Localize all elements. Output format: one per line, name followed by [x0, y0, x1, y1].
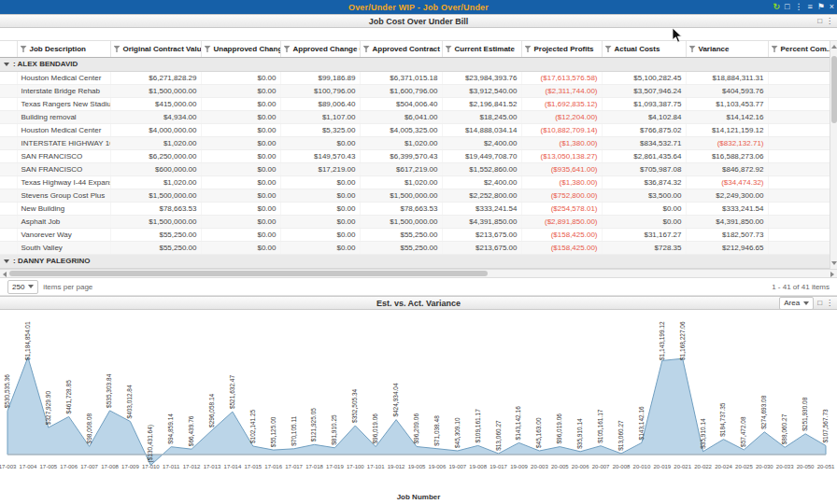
column-label: Variance	[699, 45, 730, 53]
cell-approved-change-orders: $0.00	[280, 137, 360, 150]
column-header-expand[interactable]	[0, 41, 17, 58]
point-value-label: $530,535.36	[4, 374, 10, 409]
table-row[interactable]: INTERSTATE HIGHWAY 10$1,020.00$0.00$0.00…	[0, 137, 830, 150]
point-value-label: $70,105.11	[291, 415, 297, 445]
point-value-label: $35,910.14	[700, 418, 706, 449]
table-row[interactable]: Building removal$4,934.00$0.00$1,107.00$…	[0, 111, 830, 124]
group-header-row[interactable]: : ALEX BENDAVID	[0, 58, 830, 72]
cell-projected-profits: ($12,204.00)	[521, 111, 602, 124]
point-value-label: $96,209.06	[413, 413, 419, 444]
column-header-percent-complete[interactable]: Percent Com...	[768, 41, 830, 58]
cell-job-description: Building removal	[17, 111, 110, 124]
funnel-filter-icon[interactable]	[284, 46, 291, 52]
x-axis-tick-label: 20-022	[694, 464, 712, 469]
funnel-filter-icon[interactable]	[525, 46, 532, 52]
cell-unapproved-change-orders: $0.00	[201, 98, 280, 111]
column-header-variance[interactable]: Variance	[686, 41, 768, 58]
cell-actual-costs: $4,102.84	[602, 111, 686, 124]
cell-expand	[0, 216, 17, 229]
column-header-unapproved-change-orders[interactable]: Unapproved Change ...	[201, 41, 280, 58]
page-size-select[interactable]: 250	[7, 280, 38, 294]
x-axis-tick-label: 17-017	[285, 464, 303, 469]
collapse-group-icon[interactable]	[4, 259, 9, 263]
group-header-row[interactable]: : DANNY PALEGRINO	[0, 255, 830, 269]
kebab-menu-icon[interactable]: ⋮	[826, 297, 833, 309]
kebab-menu-icon[interactable]: ⋮	[794, 0, 802, 14]
table-row[interactable]: Interstate Bridge Rehab$1,500,000.00$0.0…	[0, 85, 830, 98]
group-label: : DANNY PALEGRINO	[13, 257, 90, 265]
export-icon[interactable]: □	[817, 15, 822, 27]
funnel-filter-icon[interactable]	[205, 46, 211, 52]
close-icon[interactable]: ×	[830, 0, 834, 14]
column-header-actual-costs[interactable]: Actual Costs	[602, 41, 686, 58]
funnel-filter-icon[interactable]	[114, 46, 121, 52]
table-row[interactable]: Stevens Group Cost Plus$1,500,000.00$0.0…	[0, 189, 830, 203]
funnel-filter-icon[interactable]	[21, 46, 27, 52]
table-row[interactable]: South Valley$55,250.00$0.00$0.00$55,250.…	[0, 242, 830, 255]
table-row[interactable]: Houston Medical Center$6,271,828.29$0.00…	[0, 72, 830, 85]
table-row[interactable]: New Building$78,663.53$0.00$0.00$78,663.…	[0, 203, 830, 216]
scroll-down-arrow[interactable]	[831, 261, 837, 265]
cell-job-description: Stevens Group Cost Plus	[17, 189, 110, 203]
scroll-left-arrow[interactable]	[3, 272, 7, 277]
horizontal-scrollbar[interactable]	[0, 269, 837, 278]
cell-expand	[0, 98, 17, 111]
table-row[interactable]: Houston Medical Center$4,000,000.00$0.00…	[0, 124, 830, 137]
point-value-label: $121,925.05	[311, 408, 318, 442]
list-icon[interactable]: ≡	[807, 0, 812, 14]
x-axis-tick-label: 17-006	[60, 464, 78, 469]
column-header-job-description[interactable]: Job Description	[17, 41, 110, 58]
vertical-scrollbar[interactable]	[830, 41, 837, 269]
scroll-right-arrow[interactable]	[830, 272, 834, 277]
vertical-scrollbar-thumb[interactable]	[831, 56, 837, 123]
table-row[interactable]: Asphalt Job$1,500,000.00$0.00$0.00$1,500…	[0, 216, 830, 229]
table-row[interactable]: Texas Highway I-44 Expansion$1,020.00$0.…	[0, 176, 830, 189]
column-header-approved-contract-value[interactable]: Approved Contract V...	[360, 41, 442, 58]
x-axis-tick-label: 19-009	[510, 464, 528, 469]
cell-approved-contract-value: $1,020.00	[360, 137, 442, 150]
cell-projected-profits: ($13,050,138.27)	[521, 150, 602, 163]
column-label: Current Estimate	[455, 45, 515, 53]
point-value-label: $461,728.85	[65, 380, 72, 414]
column-header-projected-profits[interactable]: Projected Profits	[521, 41, 602, 58]
table-row[interactable]: SAN FRANCISCO$6,250,000.00$0.00$149,570.…	[0, 150, 830, 163]
cell-variance: $333,241.54	[686, 203, 768, 216]
window-icon[interactable]: □	[785, 0, 789, 14]
cell-percent-complete	[768, 137, 830, 150]
cell-percent-complete	[768, 229, 830, 242]
column-header-current-estimate[interactable]: Current Estimate	[442, 41, 521, 58]
flag-icon[interactable]: ⚑	[817, 0, 825, 14]
column-header-original-contract-value[interactable]: Original Contract Value	[110, 41, 201, 58]
cell-job-description: South Valley	[17, 242, 110, 255]
cell-expand	[0, 163, 17, 176]
table-row[interactable]: Vanorever Way$55,250.00$0.00$0.00$55,250…	[0, 229, 830, 242]
funnel-filter-icon[interactable]	[605, 46, 612, 52]
cell-approved-change-orders: $89,006.40	[280, 98, 360, 111]
funnel-filter-icon[interactable]	[772, 46, 778, 52]
collapse-group-icon[interactable]	[4, 63, 9, 66]
kebab-menu-icon[interactable]: ⋮	[826, 15, 833, 27]
sync-icon[interactable]: ↻	[773, 0, 780, 14]
chart-type-select[interactable]: Area	[779, 297, 814, 310]
x-axis-tick-label: 20-007	[592, 464, 610, 469]
pager: 250 items per page 1 - 41 of 41 items	[0, 278, 837, 296]
x-axis-tick-label: 20-051	[817, 464, 835, 469]
point-value-label: $94,859.14	[167, 413, 174, 444]
column-header-approved-change-orders[interactable]: Approved Change Or...	[280, 41, 360, 58]
cell-original-contract-value: $415,000.00	[110, 98, 201, 111]
cell-unapproved-change-orders: $0.00	[201, 72, 280, 85]
funnel-filter-icon[interactable]	[363, 46, 370, 52]
cell-actual-costs: $36,874.32	[602, 176, 686, 189]
cell-original-contract-value: $55,250.00	[110, 229, 201, 242]
chart-export-icon[interactable]: □	[817, 297, 822, 309]
table-row[interactable]: Texas Rangers New Stadium$415,000.00$0.0…	[0, 98, 830, 111]
cell-current-estimate: $333,241.54	[442, 203, 521, 216]
funnel-filter-icon[interactable]	[689, 46, 696, 52]
cell-projected-profits: ($1,380.00)	[521, 137, 602, 150]
table-row[interactable]: SAN FRANCISCO$600,000.00$0.00$17,219.00$…	[0, 163, 830, 176]
scroll-up-arrow[interactable]	[831, 45, 837, 49]
x-axis-tick-label: 17-004	[20, 464, 37, 469]
horizontal-scrollbar-thumb[interactable]	[9, 271, 488, 276]
cell-job-description: Asphalt Job	[17, 216, 110, 229]
funnel-filter-icon[interactable]	[446, 46, 452, 52]
